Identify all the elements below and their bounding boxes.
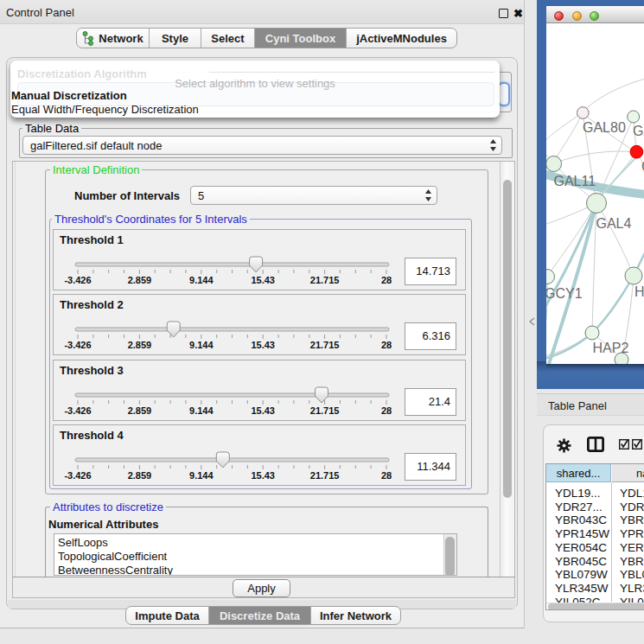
svg-text:-3.426: -3.426	[64, 405, 91, 416]
svg-text:GCY1: GCY1	[546, 286, 583, 301]
svg-text:21.715: 21.715	[310, 275, 340, 285]
svg-text:28: 28	[381, 275, 392, 285]
svg-text:2.859: 2.859	[128, 405, 152, 416]
svg-text:15.43: 15.43	[251, 275, 275, 285]
svg-text:21.715: 21.715	[310, 340, 340, 350]
svg-text:GAL4: GAL4	[596, 216, 632, 231]
svg-text:2.859: 2.859	[128, 340, 152, 350]
svg-text:21.715: 21.715	[310, 405, 340, 416]
svg-text:9.144: 9.144	[189, 470, 214, 481]
svg-text:9.144: 9.144	[189, 275, 214, 285]
svg-text:15.43: 15.43	[251, 470, 275, 481]
svg-text:2.859: 2.859	[128, 275, 152, 285]
svg-text:28: 28	[381, 340, 392, 350]
svg-text:2.859: 2.859	[128, 470, 152, 481]
svg-text:15.43: 15.43	[251, 340, 275, 350]
svg-text:GA: GA	[633, 124, 644, 138]
svg-text:-3.426: -3.426	[64, 340, 91, 350]
svg-text:-3.426: -3.426	[64, 275, 91, 285]
svg-text:21.715: 21.715	[310, 470, 340, 481]
svg-text:9.144: 9.144	[189, 405, 214, 416]
svg-text:-3.426: -3.426	[64, 470, 91, 481]
svg-text:28: 28	[381, 405, 392, 416]
svg-text:9.144: 9.144	[189, 340, 214, 350]
svg-text:H: H	[634, 284, 644, 299]
svg-text:15.43: 15.43	[251, 405, 275, 416]
svg-text:GAL11: GAL11	[554, 174, 596, 188]
svg-text:HAP2: HAP2	[593, 341, 629, 355]
svg-text:GAL80: GAL80	[583, 120, 626, 135]
svg-text:28: 28	[381, 470, 392, 481]
